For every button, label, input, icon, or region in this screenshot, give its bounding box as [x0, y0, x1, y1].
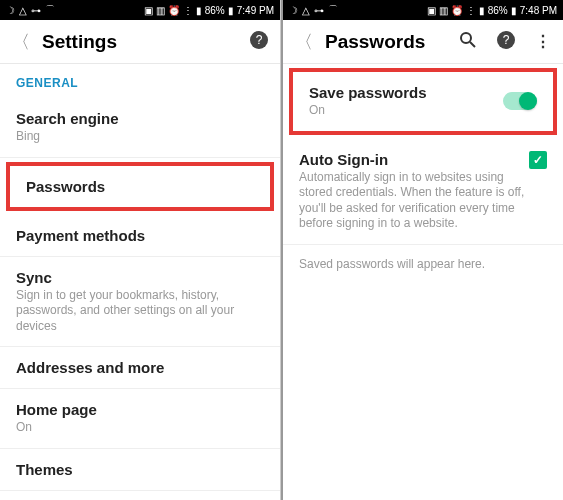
- settings-list[interactable]: GENERAL Search engine Bing Passwords Pay…: [0, 64, 280, 500]
- key-icon: ⊶: [314, 5, 324, 16]
- svg-line-3: [470, 42, 475, 47]
- alarm-icon: ⏰: [451, 5, 463, 16]
- auto-signin-checkbox[interactable]: ✓: [529, 151, 547, 169]
- arc-icon: ⌒: [45, 3, 55, 17]
- arc-icon: ⌒: [328, 3, 338, 17]
- item-title: Sync: [16, 269, 264, 286]
- item-title: Search engine: [16, 110, 264, 127]
- section-advanced: ADVANCED: [0, 491, 280, 500]
- status-bar-left: ☽ △ ⊶ ⌒ ▣ ▥ ⏰ ⋮ ▮ 86% ▮ 7:49 PM: [0, 0, 280, 20]
- save-passwords-toggle[interactable]: [503, 92, 537, 110]
- clock: 7:49 PM: [237, 5, 274, 16]
- screenshot-icon: ▣: [427, 5, 436, 16]
- item-sub: Bing: [16, 129, 264, 145]
- item-payment-methods[interactable]: Payment methods: [0, 215, 280, 257]
- highlight-passwords: Passwords: [6, 162, 274, 211]
- item-themes[interactable]: Themes: [0, 449, 280, 491]
- item-sync[interactable]: Sync Sign in to get your bookmarks, hist…: [0, 257, 280, 348]
- passwords-header: 〈 Passwords ? ⋮: [283, 20, 563, 64]
- item-title: Themes: [16, 461, 264, 478]
- signal-icon: ▮: [196, 5, 202, 16]
- page-title: Passwords: [325, 31, 447, 53]
- item-home-page[interactable]: Home page On: [0, 389, 280, 449]
- page-title: Settings: [42, 31, 238, 53]
- search-icon[interactable]: [459, 31, 477, 53]
- passwords-content: Save passwords On Auto Sign-in Automatic…: [283, 64, 563, 500]
- item-sub: On: [16, 420, 264, 436]
- item-search-engine[interactable]: Search engine Bing: [0, 98, 280, 158]
- svg-text:?: ?: [503, 33, 510, 47]
- settings-header: 〈 Settings ?: [0, 20, 280, 64]
- back-icon[interactable]: 〈: [295, 30, 313, 54]
- more-icon[interactable]: ⋮: [535, 32, 551, 51]
- moon-icon: ☽: [6, 5, 15, 16]
- saved-passwords-note: Saved passwords will appear here.: [283, 245, 563, 283]
- battery-icon: ▮: [511, 5, 517, 16]
- vibrate-icon: ▥: [439, 5, 448, 16]
- cloud-icon: △: [302, 5, 310, 16]
- toggle-knob: [519, 92, 537, 110]
- cloud-icon: △: [19, 5, 27, 16]
- moon-icon: ☽: [289, 5, 298, 16]
- item-sub: On: [309, 103, 503, 119]
- item-save-passwords[interactable]: Save passwords On: [293, 72, 553, 131]
- item-auto-signin[interactable]: Auto Sign-in Automatically sign in to we…: [283, 139, 563, 245]
- battery-icon: ▮: [228, 5, 234, 16]
- svg-point-2: [461, 33, 471, 43]
- item-title: Save passwords: [309, 84, 503, 101]
- alarm-icon: ⏰: [168, 5, 180, 16]
- help-icon[interactable]: ?: [250, 31, 268, 53]
- item-sub: Sign in to get your bookmarks, history, …: [16, 288, 264, 335]
- settings-screen: ☽ △ ⊶ ⌒ ▣ ▥ ⏰ ⋮ ▮ 86% ▮ 7:49 PM 〈 Settin…: [0, 0, 281, 500]
- svg-text:?: ?: [256, 33, 263, 47]
- section-general: GENERAL: [0, 64, 280, 98]
- wifi-icon: ⋮: [466, 5, 476, 16]
- highlight-save-passwords: Save passwords On: [289, 68, 557, 135]
- wifi-icon: ⋮: [183, 5, 193, 16]
- back-icon[interactable]: 〈: [12, 30, 30, 54]
- item-title: Passwords: [26, 178, 254, 195]
- screenshot-icon: ▣: [144, 5, 153, 16]
- item-title: Addresses and more: [16, 359, 264, 376]
- item-sub: Automatically sign in to websites using …: [299, 170, 529, 232]
- item-title: Home page: [16, 401, 264, 418]
- item-passwords[interactable]: Passwords: [10, 166, 270, 207]
- key-icon: ⊶: [31, 5, 41, 16]
- battery-pct: 86%: [205, 5, 225, 16]
- vibrate-icon: ▥: [156, 5, 165, 16]
- battery-pct: 86%: [488, 5, 508, 16]
- passwords-screen: ☽ △ ⊶ ⌒ ▣ ▥ ⏰ ⋮ ▮ 86% ▮ 7:48 PM 〈 Passwo…: [281, 0, 563, 500]
- item-title: Payment methods: [16, 227, 264, 244]
- help-icon[interactable]: ?: [497, 31, 515, 53]
- item-title: Auto Sign-in: [299, 151, 529, 168]
- status-bar-right: ☽ △ ⊶ ⌒ ▣ ▥ ⏰ ⋮ ▮ 86% ▮ 7:48 PM: [283, 0, 563, 20]
- clock: 7:48 PM: [520, 5, 557, 16]
- item-addresses[interactable]: Addresses and more: [0, 347, 280, 389]
- signal-icon: ▮: [479, 5, 485, 16]
